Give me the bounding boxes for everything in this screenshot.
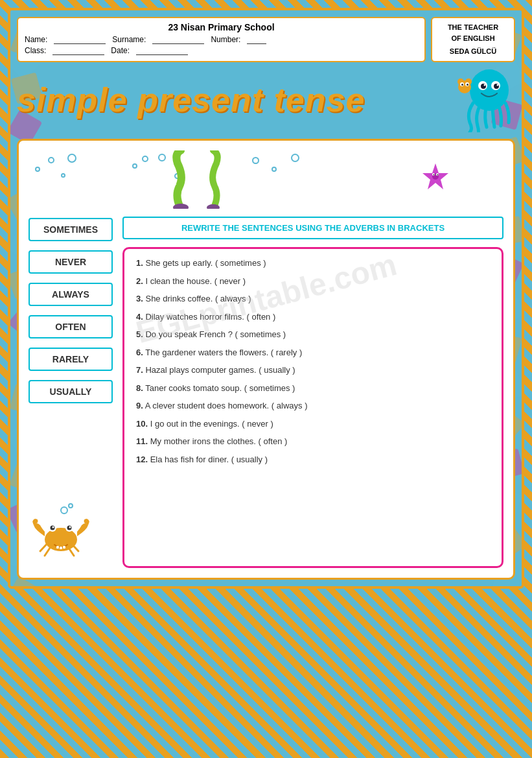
sentence-item: 12. Ela has fish for diner. ( usually ) bbox=[136, 453, 490, 466]
svg-point-12 bbox=[461, 84, 463, 86]
svg-point-38 bbox=[434, 174, 435, 176]
number-label: Number: bbox=[211, 35, 240, 44]
bubble-4 bbox=[61, 173, 65, 178]
instruction-box: REWRITE THE SENTENCES USING THE ADVERBS … bbox=[122, 217, 503, 239]
adverb-never: NEVER bbox=[29, 250, 113, 274]
svg-point-15 bbox=[69, 504, 73, 508]
field-row-2: Class: Date: bbox=[25, 46, 418, 55]
teacher-name: SEDA GÜLCÜ bbox=[439, 46, 507, 57]
svg-rect-31 bbox=[63, 546, 65, 549]
name-field[interactable] bbox=[54, 35, 106, 44]
seaweed-svg bbox=[161, 150, 291, 209]
deco-area-top bbox=[122, 150, 503, 209]
svg-point-23 bbox=[52, 527, 54, 528]
adverb-often: OFTEN bbox=[29, 315, 113, 338]
octopus-icon bbox=[437, 67, 515, 132]
svg-point-0 bbox=[470, 69, 509, 111]
crab-decoration bbox=[29, 501, 113, 568]
adverb-usually: USUALLY bbox=[29, 380, 113, 403]
header-teacher: THE TEACHER OF ENGLISH SEDA GÜLCÜ bbox=[431, 17, 515, 62]
svg-rect-29 bbox=[56, 546, 59, 549]
svg-point-13 bbox=[467, 84, 468, 86]
svg-rect-30 bbox=[60, 547, 62, 549]
bubble-2 bbox=[35, 167, 40, 172]
name-label: Name: bbox=[25, 35, 47, 44]
sentence-item: 7. Hazal plays computer games. ( usually… bbox=[136, 364, 490, 377]
class-label: Class: bbox=[25, 46, 46, 55]
main-title: simple present tense bbox=[17, 80, 365, 119]
class-field[interactable] bbox=[52, 46, 104, 55]
deco-bubble-1 bbox=[142, 156, 148, 162]
adverb-always: ALWAYS bbox=[29, 283, 113, 306]
date-label: Date: bbox=[111, 46, 130, 55]
svg-point-5 bbox=[484, 84, 486, 86]
bubble-3 bbox=[67, 154, 76, 163]
svg-point-6 bbox=[497, 84, 499, 86]
sentence-item: 1. She gets up early. ( sometimes ) bbox=[136, 257, 490, 270]
adverb-sometimes: SOMETIMES bbox=[29, 218, 113, 241]
header-row: 23 Nisan Primary School Name: Surname: N… bbox=[17, 17, 515, 62]
page-inner: 23 Nisan Primary School Name: Surname: N… bbox=[8, 8, 524, 589]
svg-point-39 bbox=[437, 174, 439, 176]
adverbs-column: SOMETIMES NEVER ALWAYS OFTEN RARELY USUA… bbox=[29, 150, 113, 568]
sentence-item: 9. A clever student does homework. ( alw… bbox=[136, 399, 490, 412]
teacher-line1: THE TEACHER bbox=[439, 22, 507, 33]
deco-bubble-2 bbox=[132, 163, 137, 169]
sentences-box: 1. She gets up early. ( sometimes )2. I … bbox=[122, 247, 503, 568]
page-outer: 23 Nisan Primary School Name: Surname: N… bbox=[0, 0, 532, 758]
sentence-item: 8. Taner cooks tomato soup. ( sometimes … bbox=[136, 382, 490, 395]
surname-label: Surname: bbox=[112, 35, 146, 44]
sentence-item: 10. I go out in the evenings. ( never ) bbox=[136, 418, 490, 431]
number-field[interactable] bbox=[247, 35, 266, 44]
header-main: 23 Nisan Primary School Name: Surname: N… bbox=[17, 17, 426, 62]
school-name: 23 Nisan Primary School bbox=[25, 22, 418, 32]
sentence-item: 6. The gardener waters the flowers. ( ra… bbox=[136, 346, 490, 359]
starfish-icon bbox=[419, 160, 452, 193]
sentence-item: 5. Do you speak French ? ( sometimes ) bbox=[136, 328, 490, 341]
surname-field[interactable] bbox=[152, 35, 204, 44]
teacher-line2: OF ENGLISH bbox=[439, 33, 507, 44]
adverb-rarely: RARELY bbox=[29, 348, 113, 371]
crab-icon bbox=[29, 501, 93, 565]
deco-bubble-7 bbox=[291, 154, 299, 162]
sentences-container: 1. She gets up early. ( sometimes )2. I … bbox=[136, 257, 490, 466]
content-area: SOMETIMES NEVER ALWAYS OFTEN RARELY USUA… bbox=[17, 139, 515, 580]
date-field[interactable] bbox=[136, 46, 188, 55]
sentence-item: 2. I clean the house. ( never ) bbox=[136, 275, 490, 288]
field-row-1: Name: Surname: Number: bbox=[25, 35, 418, 44]
svg-point-24 bbox=[69, 527, 71, 528]
svg-line-26 bbox=[45, 546, 51, 556]
sentence-item: 4. Dilay watches horror films. ( often ) bbox=[136, 311, 490, 324]
sentence-item: 3. She drinks coffee. ( always ) bbox=[136, 292, 490, 305]
svg-point-14 bbox=[61, 507, 67, 514]
bubble-1 bbox=[48, 157, 54, 163]
sentence-item: 11. My mother irons the clothes. ( often… bbox=[136, 435, 490, 448]
svg-line-25 bbox=[40, 543, 48, 551]
title-section: simple present tense bbox=[17, 67, 515, 132]
deco-bubbles-top bbox=[29, 150, 113, 209]
right-column: REWRITE THE SENTENCES USING THE ADVERBS … bbox=[122, 150, 503, 568]
